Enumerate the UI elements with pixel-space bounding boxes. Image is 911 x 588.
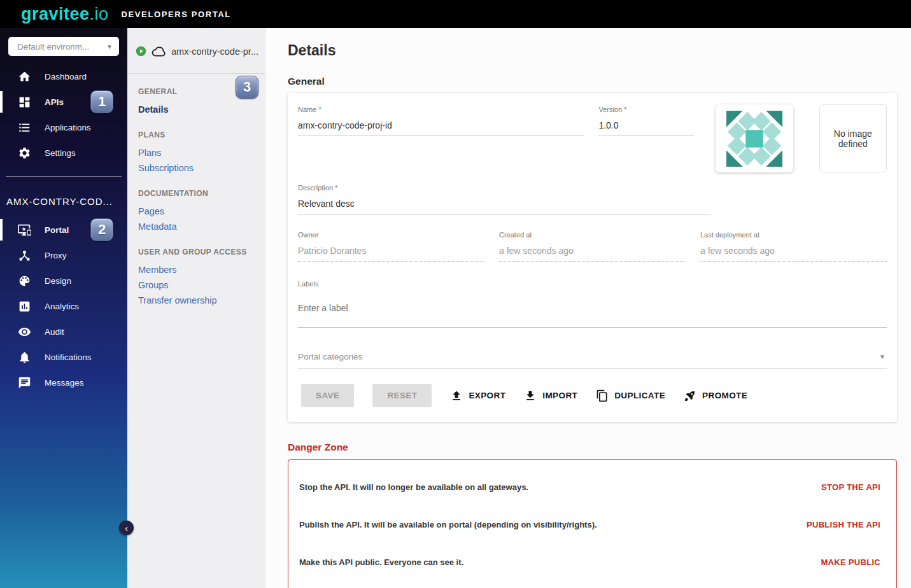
sidebar-item-audit[interactable]: Audit [0,319,127,344]
export-label: EXPORT [469,391,505,400]
import-button[interactable]: IMPORT [524,389,577,402]
save-button[interactable]: SAVE [301,384,354,407]
owner-label: Owner [298,231,484,239]
danger-zone-card: Stop the API. It will no longer be avail… [288,459,897,588]
labels-label: Labels [298,280,887,288]
menu-item-transfer-ownership[interactable]: Transfer ownership [138,293,265,308]
danger-row-deprecate: Deprecate this API. It will no longer be… [299,581,886,588]
reset-button[interactable]: RESET [372,384,432,407]
menu-item-details[interactable]: Details [138,102,265,117]
home-icon [18,70,31,83]
danger-text: Publish the API. It will be available on… [299,520,597,529]
step-badge-1: 1 [90,90,113,113]
created-at-value: a few seconds ago [499,239,686,262]
api-name: amx-contry-code-pr... [171,46,258,57]
environment-select-value: Default environm... [17,42,89,52]
cloud-icon [152,46,166,57]
sidebar-item-design[interactable]: Design [0,268,127,293]
stop-api-button[interactable]: STOP THE API [816,479,886,496]
bell-icon [18,351,31,364]
sidebar-item-settings[interactable]: Settings [0,140,127,165]
palette-icon [18,274,31,288]
last-deployment-label: Last deployment at [700,231,887,239]
last-deployment-value: a few seconds ago [700,239,887,262]
menu-item-members[interactable]: Members [138,262,265,277]
page-title: Details [288,42,897,59]
danger-text: Stop the API. It will no longer be avail… [299,482,528,492]
rocket-icon [684,389,696,402]
sidebar-item-notifications[interactable]: Notifications [0,344,127,370]
no-image-text: No image defined [820,129,886,149]
step-badge-2: 2 [90,218,113,241]
description-input[interactable] [298,192,710,214]
name-input[interactable] [298,113,584,136]
primary-sidebar: Default environm... ▼ Dashboard APIs 1 A… [0,28,127,588]
sidebar-item-analytics[interactable]: Analytics [0,293,127,319]
upload-icon [450,389,463,402]
no-image-placeholder[interactable]: No image defined [819,104,887,172]
menu-section-user-group-access: USER AND GROUP ACCESS [138,248,265,256]
top-bar: gravitee.io DEVELOPERS PORTAL [0,0,911,28]
actions-row: SAVE RESET EXPORT IMPORT DUPLICATE PROMO… [298,368,887,422]
publish-api-button[interactable]: PUBLISH THE API [802,516,886,533]
created-at-label: Created at [499,231,686,239]
sidebar-item-messages[interactable]: Messages [0,370,127,395]
make-public-button[interactable]: MAKE PUBLIC [816,554,886,571]
version-input[interactable] [598,113,693,136]
environment-select[interactable]: Default environm... ▼ [8,37,119,56]
sidebar-item-label: APIs [45,97,64,107]
danger-row-publish: Publish the API. It will be available on… [299,506,886,543]
app-title: DEVELOPERS PORTAL [122,10,231,19]
bar-chart-icon [18,300,31,313]
play-status-icon [136,46,146,57]
grid-icon [18,95,31,109]
danger-row-stop: Stop the API. It will no longer be avail… [299,468,886,506]
devices-star-icon [18,223,31,237]
portal-categories-label: Portal categories [298,352,362,361]
sidebar-item-label: Applications [45,123,91,132]
step-badge-3: 3 [236,76,258,99]
sidebar-item-applications[interactable]: Applications [0,115,127,140]
duplicate-label: DUPLICATE [614,391,665,400]
danger-text: Make this API public. Everyone can see i… [299,557,463,567]
menu-item-pages[interactable]: Pages [138,204,265,219]
sidebar-item-dashboard[interactable]: Dashboard [0,64,127,89]
hub-icon [18,249,31,262]
sidebar-collapse-button[interactable]: ‹ [119,521,134,535]
chat-icon [18,376,31,389]
export-button[interactable]: EXPORT [450,389,505,402]
api-section-title: AMX-CONTRY-COD... [0,196,127,207]
created-at-field: Created at a few seconds ago [499,230,686,262]
copy-icon [596,389,609,402]
api-identicon [726,111,782,167]
menu-item-plans[interactable]: Plans [138,145,265,160]
main-content: Details General Name * Version * [265,28,911,588]
general-heading: General [288,76,897,87]
menu-item-groups[interactable]: Groups [138,277,265,293]
name-field: Name * [298,104,584,172]
chevron-down-icon: ▼ [106,43,113,50]
promote-label: PROMOTE [702,391,747,400]
menu-item-metadata[interactable]: Metadata [138,219,265,234]
menu-section-documentation: DOCUMENTATION [138,189,265,198]
menu-section-plans: PLANS [138,130,265,139]
sidebar-item-proxy[interactable]: Proxy [0,242,127,268]
promote-button[interactable]: PROMOTE [684,389,747,402]
owner-field: Owner Patricio Dorantes [298,230,484,262]
sidebar-item-apis[interactable]: APIs 1 [0,89,127,115]
sidebar-item-label: Analytics [45,302,79,311]
sidebar-item-label: Settings [45,148,76,158]
danger-zone-heading: Danger Zone [288,442,897,453]
version-field: Version * [598,104,693,172]
portal-categories-select[interactable]: Portal categories ▼ [298,347,887,368]
api-picture[interactable] [716,104,793,172]
description-label: Description * [298,184,710,192]
labels-field: Labels [298,279,887,328]
menu-item-subscriptions[interactable]: Subscriptions [138,160,265,176]
labels-input[interactable] [298,288,887,328]
sidebar-item-label: Audit [45,327,64,337]
api-menu: 3 GENERAL Details PLANS Plans Subscripti… [127,87,265,308]
duplicate-button[interactable]: DUPLICATE [596,389,665,402]
api-header: amx-contry-code-pr... [127,28,265,74]
sidebar-item-portal[interactable]: Portal 2 [0,217,127,242]
